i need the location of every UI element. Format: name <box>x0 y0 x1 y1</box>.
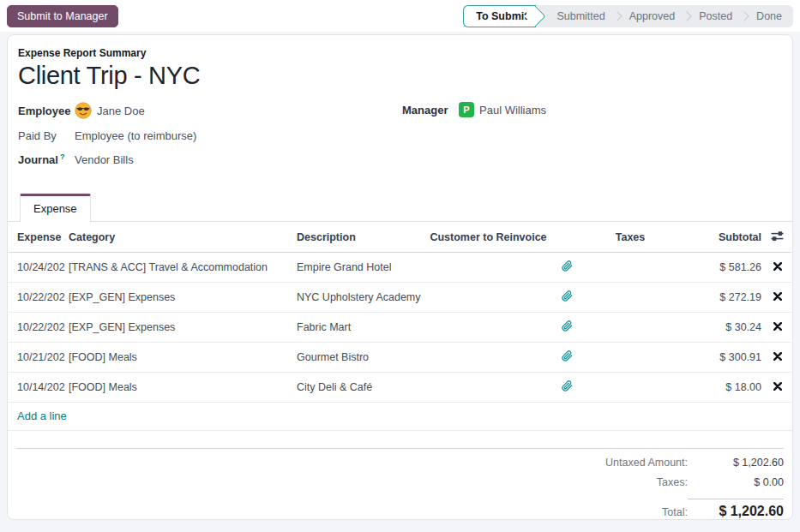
taxes-cell[interactable] <box>583 283 677 313</box>
delete-line-icon[interactable] <box>773 381 782 393</box>
expense-date-cell[interactable]: 10/22/2025 <box>9 283 65 313</box>
manager-value[interactable]: P Paul Williams <box>459 102 546 117</box>
customer-to-reinvoice-cell[interactable] <box>426 253 550 283</box>
subtotal-cell: $ 18.00 <box>677 373 765 403</box>
employee-avatar-emoji-icon <box>75 102 92 119</box>
manager-name: Paul Williams <box>479 104 546 117</box>
untaxed-amount-value: $ 1,202.60 <box>688 457 784 469</box>
col-header-expense-date[interactable]: Expense ... <box>9 222 65 253</box>
total-value: $ 1,202.60 <box>688 499 784 519</box>
expense-date-cell[interactable]: 10/22/2025 <box>9 313 65 343</box>
statusbar: To Submit Submitted Approved Posted Done <box>463 5 793 27</box>
employee-label: Employee <box>18 105 75 117</box>
manager-avatar: P <box>459 102 474 117</box>
col-header-category[interactable]: Category <box>65 222 293 253</box>
stage-label: To Submit <box>476 10 527 22</box>
category-cell[interactable]: [EXP_GEN] Expenses <box>65 313 293 343</box>
delete-line-icon[interactable] <box>773 291 782 303</box>
category-cell[interactable]: [TRANS & ACC] Travel & Accommodation <box>65 253 293 283</box>
employee-value[interactable]: Jane Doe <box>75 102 145 119</box>
col-header-subtotal[interactable]: Subtotal <box>677 222 765 253</box>
journal-label: Journal? <box>18 152 75 166</box>
taxes-cell[interactable] <box>583 373 677 403</box>
attachment-paperclip-icon[interactable] <box>562 290 573 304</box>
stage-to-submit[interactable]: To Submit <box>463 5 536 27</box>
col-header-taxes[interactable]: Taxes <box>583 222 677 253</box>
description-cell[interactable]: Fabric Mart <box>293 313 426 343</box>
stage-done[interactable]: Done <box>745 5 793 27</box>
tab-expense[interactable]: Expense <box>20 194 91 222</box>
submit-to-manager-button[interactable]: Submit to Manager <box>7 5 118 27</box>
add-line-row: Add a line <box>8 403 792 431</box>
taxes-cell[interactable] <box>583 313 677 343</box>
subtotal-cell: $ 30.24 <box>677 313 765 343</box>
subtotal-cell: $ 272.19 <box>677 283 765 313</box>
optional-columns-icon[interactable] <box>771 230 784 244</box>
category-cell[interactable]: [FOOD] Meals <box>65 343 293 373</box>
stage-approved[interactable]: Approved <box>618 5 687 27</box>
paid-by-value[interactable]: Employee (to reimburse) <box>75 129 196 142</box>
expense-date-cell[interactable]: 10/14/2025 <box>9 373 65 403</box>
customer-to-reinvoice-cell[interactable] <box>426 343 550 373</box>
category-cell[interactable]: [EXP_GEN] Expenses <box>65 283 293 313</box>
expense-line-row[interactable]: 10/22/2025 [EXP_GEN] Expenses Fabric Mar… <box>9 313 791 343</box>
delete-line-icon[interactable] <box>773 261 782 273</box>
expense-line-row[interactable]: 10/22/2025 [EXP_GEN] Expenses NYC Uphols… <box>9 283 791 313</box>
description-cell[interactable]: NYC Upholstery Academy <box>293 283 426 313</box>
taxes-cell[interactable] <box>583 343 677 373</box>
delete-line-icon[interactable] <box>773 321 782 333</box>
journal-label-text: Journal <box>18 153 58 166</box>
taxes-total-label: Taxes: <box>657 476 688 488</box>
customer-to-reinvoice-cell[interactable] <box>426 373 550 403</box>
col-header-attachment <box>550 222 583 253</box>
form-sheet: Expense Report Summary Client Trip - NYC… <box>7 34 793 520</box>
expense-date-cell[interactable]: 10/21/2025 <box>9 343 65 373</box>
col-header-description[interactable]: Description <box>293 222 426 253</box>
subtotal-cell: $ 300.91 <box>677 343 765 373</box>
manager-label: Manager <box>402 104 459 117</box>
stage-submitted[interactable]: Submitted <box>536 5 616 27</box>
stage-posted[interactable]: Posted <box>688 5 743 27</box>
customer-to-reinvoice-cell[interactable] <box>426 313 550 343</box>
description-cell[interactable]: City Deli & Café <box>293 373 426 403</box>
expense-line-row[interactable]: 10/24/2025 [TRANS & ACC] Travel & Accomm… <box>9 253 791 283</box>
expense-date-cell[interactable]: 10/24/2025 <box>9 253 65 283</box>
attachment-paperclip-icon[interactable] <box>562 320 573 334</box>
delete-line-icon[interactable] <box>773 351 782 363</box>
customer-to-reinvoice-cell[interactable] <box>426 283 550 313</box>
notebook-tabs: Expense <box>8 194 792 222</box>
total-label: Total: <box>662 506 688 518</box>
summary-label: Expense Report Summary <box>18 47 782 59</box>
untaxed-amount-label: Untaxed Amount: <box>605 457 688 469</box>
description-cell[interactable]: Gourmet Bistro <box>293 343 426 373</box>
control-panel: Submit to Manager To Submit Submitted Ap… <box>0 0 800 32</box>
page-title[interactable]: Client Trip - NYC <box>18 62 782 90</box>
paid-by-label: Paid By <box>18 129 75 142</box>
description-cell[interactable]: Empire Grand Hotel <box>293 253 426 283</box>
add-a-line-link[interactable]: Add a line <box>8 403 67 430</box>
taxes-total-value: $ 0.00 <box>688 476 784 488</box>
subtotal-cell: $ 581.26 <box>677 253 765 283</box>
totals-section: Untaxed Amount: $ 1,202.60 Taxes: $ 0.00… <box>8 449 792 529</box>
employee-name: Jane Doe <box>97 105 145 117</box>
attachment-paperclip-icon[interactable] <box>562 350 573 364</box>
attachment-paperclip-icon[interactable] <box>562 380 573 394</box>
taxes-cell[interactable] <box>583 253 677 283</box>
attachment-paperclip-icon[interactable] <box>562 260 573 274</box>
expense-line-row[interactable]: 10/21/2025 [FOOD] Meals Gourmet Bistro $… <box>9 343 791 373</box>
journal-value[interactable]: Vendor Bills <box>75 153 134 166</box>
expense-line-row[interactable]: 10/14/2025 [FOOD] Meals City Deli & Café… <box>9 373 791 403</box>
category-cell[interactable]: [FOOD] Meals <box>65 373 293 403</box>
expense-lines-table: Expense ... Category Description Custome… <box>9 222 791 403</box>
col-header-customer[interactable]: Customer to Reinvoice <box>426 222 550 253</box>
help-marker-icon: ? <box>60 152 65 161</box>
